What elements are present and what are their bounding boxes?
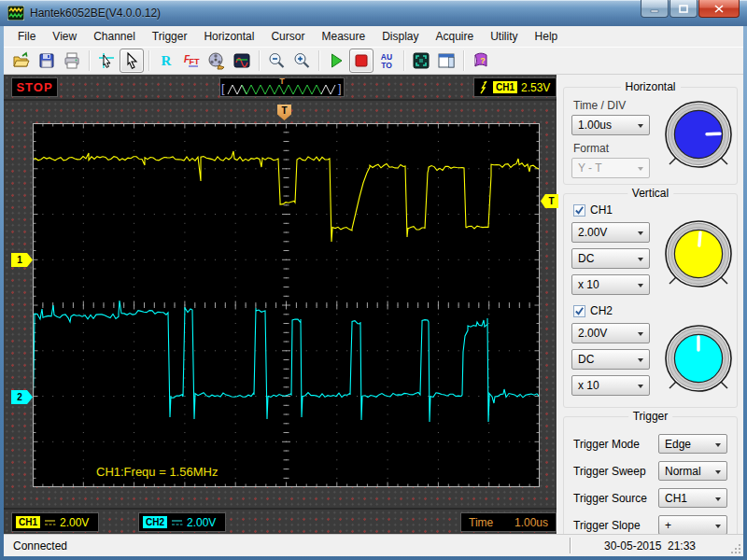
vertical-group-title: Vertical: [627, 187, 673, 200]
zoom-in-button[interactable]: [289, 49, 314, 73]
pointer-icon: [122, 51, 141, 70]
dc-coupling-icon: [171, 518, 183, 527]
auto-set-button[interactable]: AUTO: [374, 49, 399, 73]
trigger-slope-select[interactable]: +: [658, 515, 727, 535]
time-value: 1.00us: [514, 516, 548, 529]
ch2-volts-select[interactable]: 2.00V: [571, 323, 650, 343]
pointer-button[interactable]: [120, 49, 144, 73]
menu-utility[interactable]: Utility: [482, 27, 526, 46]
pass-fail-button[interactable]: [230, 49, 254, 73]
acquisition-preview[interactable]: T []: [219, 77, 345, 97]
stop-button[interactable]: [349, 49, 374, 73]
trigger-mode-label: Trigger Mode: [573, 438, 640, 451]
title-bar[interactable]: Hantek6052BE(V4.0.0.12): [0, 0, 747, 26]
menu-measure[interactable]: Measure: [313, 27, 374, 46]
stop-icon: [352, 51, 371, 70]
ch2-scale-value: 2.00V: [187, 516, 216, 529]
menu-horizontal[interactable]: Horizontal: [195, 27, 262, 46]
ch2-probe-select[interactable]: x 10: [571, 375, 650, 396]
ch1-label: CH1: [590, 203, 613, 217]
open-file-button[interactable]: [9, 49, 34, 73]
cursor-measure-button[interactable]: [94, 49, 119, 73]
ch2-badge: CH2: [143, 516, 167, 528]
trigger-group-title: Trigger: [628, 410, 673, 423]
resize-grip[interactable]: [730, 543, 741, 554]
scope-display-area: CH1:Frequ = 1.56MHz T 1 2 T: [4, 101, 557, 508]
ch1-probe-select[interactable]: x 10: [571, 274, 650, 295]
close-button[interactable]: [698, 0, 740, 18]
zoom-out-button[interactable]: [264, 49, 289, 73]
trigger-level-marker[interactable]: T: [541, 194, 558, 208]
ch1-enable-checkbox[interactable]: [573, 204, 585, 217]
menu-cursor[interactable]: Cursor: [262, 27, 313, 46]
toolbar-separator: [89, 50, 91, 71]
ch2-enable-checkbox[interactable]: [573, 305, 585, 317]
svg-text:R: R: [162, 53, 172, 68]
datetime: 30-05-2015 21:33: [575, 539, 725, 553]
menu-channel[interactable]: Channel: [85, 27, 144, 46]
scope-status-bar: STOP T [] CH1 2.53V: [4, 75, 557, 101]
svg-text:TO: TO: [381, 61, 392, 70]
toolbar-separator: [259, 50, 261, 71]
ch1-position-marker[interactable]: 1: [11, 253, 33, 267]
trigger-slope-label: Trigger Slope: [573, 519, 641, 532]
svg-text:?: ?: [480, 56, 486, 65]
ch1-volts-select[interactable]: 2.00V: [571, 222, 650, 243]
trigger-flag-icon: [478, 80, 489, 94]
help-icon: ?: [472, 51, 490, 70]
time-label: Time: [469, 516, 493, 529]
menu-file[interactable]: File: [9, 27, 44, 46]
ch1-position-knob[interactable]: [662, 218, 735, 291]
auto-set-icon: AUTO: [377, 51, 396, 70]
menu-display[interactable]: Display: [374, 27, 427, 46]
trigger-source-label: Trigger Source: [573, 492, 647, 505]
maximize-button[interactable]: [669, 0, 698, 18]
help-button[interactable]: ?: [469, 49, 493, 73]
fft-icon: FFT: [182, 51, 201, 70]
print-button[interactable]: [60, 49, 84, 73]
app-logo-icon: [7, 6, 24, 21]
minimize-button[interactable]: [641, 0, 669, 18]
ch2-coupling-select[interactable]: DC: [571, 349, 650, 370]
full-screen-button[interactable]: [409, 49, 433, 73]
trigger-sweep-label: Trigger Sweep: [573, 465, 646, 478]
control-panel: Horizontal Time / DIV 1.00us Format Y - …: [557, 75, 743, 534]
menu-trigger[interactable]: Trigger: [144, 27, 196, 46]
status-bar: Connected 30-05-2015 21:33: [4, 534, 743, 556]
channel-readout-bar: CH1 2.00V CH2 2.00V Time: [4, 508, 557, 534]
start-button[interactable]: [324, 49, 348, 73]
start-icon: [327, 51, 345, 70]
full-screen-icon: [412, 51, 430, 70]
format-select: Y - T: [571, 158, 650, 178]
ch2-position-knob[interactable]: [662, 323, 735, 396]
window-layout-icon: [437, 51, 456, 70]
menu-bar: FileViewChannelTriggerHorizontalCursorMe…: [4, 26, 743, 47]
menu-view[interactable]: View: [44, 27, 85, 46]
reference-wave-button[interactable]: R: [154, 49, 178, 73]
time-div-label: Time / DIV: [573, 99, 661, 112]
time-div-select[interactable]: 1.00us: [571, 115, 650, 135]
save-icon: [37, 51, 56, 70]
trigger-sweep-select[interactable]: Normal: [658, 461, 727, 481]
horizontal-position-knob[interactable]: [662, 99, 735, 172]
trigger-position-marker[interactable]: T: [277, 105, 291, 120]
trigger-source-select[interactable]: CH1: [658, 488, 727, 508]
toolbar-separator: [148, 50, 150, 71]
toolbar-separator: [318, 50, 320, 71]
ch1-coupling-select[interactable]: DC: [571, 248, 650, 269]
toolbar-separator: [463, 50, 465, 71]
record-button[interactable]: [204, 49, 229, 73]
trigger-mode-select[interactable]: Edge: [658, 434, 727, 454]
trigger-readout: CH1 2.53V: [473, 77, 557, 97]
horizontal-group: Horizontal Time / DIV 1.00us Format Y - …: [563, 87, 738, 185]
menu-help[interactable]: Help: [527, 27, 567, 46]
ch1-scale-value: 2.00V: [60, 516, 89, 529]
menu-acquire[interactable]: Acquire: [428, 27, 483, 46]
ch1-badge: CH1: [16, 516, 40, 528]
horizontal-group-title: Horizontal: [620, 80, 680, 93]
measurement-readout: CH1:Frequ = 1.56MHz: [96, 465, 218, 479]
save-button[interactable]: [35, 49, 59, 73]
window-layout-button[interactable]: [434, 49, 458, 73]
fft-button[interactable]: FFT: [179, 49, 204, 73]
ch2-position-marker[interactable]: 2: [11, 390, 33, 404]
